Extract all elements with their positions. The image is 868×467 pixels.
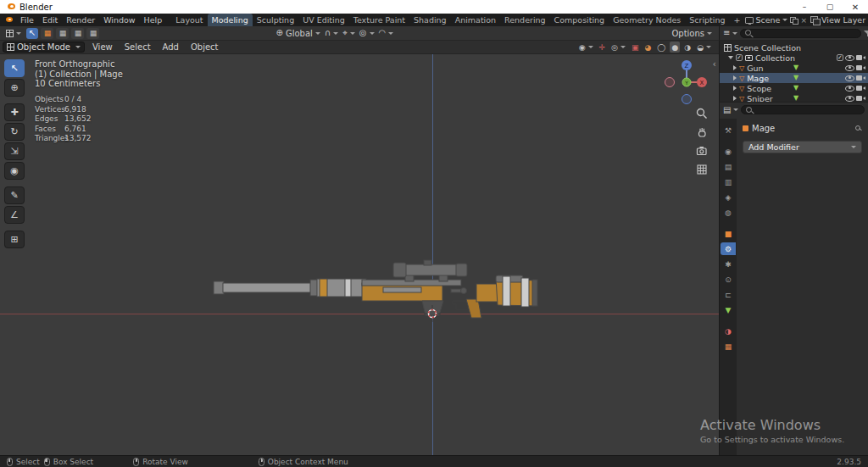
collection-expand-caret[interactable] bbox=[728, 56, 733, 59]
sniper-expand-caret[interactable] bbox=[733, 96, 737, 101]
workspace-tab-geometry-nodes[interactable]: Geometry Nodes bbox=[609, 14, 685, 26]
properties-tab-object[interactable]: ■ bbox=[721, 227, 736, 240]
snap-target-dropdown[interactable]: ⌖ bbox=[342, 29, 355, 37]
workspace-tab-layout[interactable]: Layout bbox=[171, 14, 207, 26]
workspace-tab-rendering[interactable]: Rendering bbox=[500, 14, 550, 26]
scope-hide-icon[interactable] bbox=[845, 84, 854, 92]
view-layer-selector[interactable]: View Layer bbox=[821, 15, 868, 25]
add-menu[interactable]: Add bbox=[159, 42, 183, 52]
object-visibility-dropdown[interactable]: ◉ bbox=[577, 42, 595, 53]
properties-editor-type-button[interactable]: ▤ bbox=[723, 106, 738, 114]
tool-scale[interactable]: ⇲ bbox=[4, 142, 25, 160]
unlink-scene-icon[interactable]: × bbox=[799, 16, 808, 25]
workspace-tab-uv-editing[interactable]: UV Editing bbox=[298, 14, 349, 26]
collection-exclude-checkbox[interactable] bbox=[837, 54, 843, 61]
menu-help[interactable]: Help bbox=[140, 15, 167, 25]
outliner-editor-type-button[interactable]: ≡ bbox=[723, 29, 737, 37]
outliner-search-input[interactable] bbox=[755, 29, 857, 37]
outliner-row-collection[interactable]: Collection bbox=[720, 53, 868, 63]
outliner-search[interactable] bbox=[740, 29, 861, 38]
collection-render-icon[interactable] bbox=[856, 53, 865, 61]
properties-search-input[interactable] bbox=[756, 106, 860, 114]
shading-solid[interactable]: ● bbox=[670, 42, 680, 53]
editor-type-button[interactable] bbox=[3, 28, 24, 39]
properties-tab-scene[interactable]: ◈ bbox=[721, 191, 736, 203]
shading-wireframe[interactable]: ◯ bbox=[655, 42, 667, 53]
close-button[interactable]: ✕ bbox=[843, 0, 868, 14]
ortho-grid-icon[interactable] bbox=[695, 163, 709, 176]
camera-view-icon[interactable] bbox=[695, 144, 709, 158]
mode-dropdown[interactable]: Object Mode bbox=[3, 42, 85, 53]
mage-expand-caret[interactable] bbox=[733, 75, 737, 81]
outliner-filter-button[interactable] bbox=[864, 30, 868, 37]
gun-expand-caret[interactable] bbox=[733, 65, 737, 70]
menu-edit[interactable]: Edit bbox=[38, 15, 62, 25]
shading-lookdev[interactable]: ◑ bbox=[682, 42, 693, 53]
properties-tab-constraints[interactable]: ⊏ bbox=[721, 288, 736, 301]
tool-select-box[interactable]: ↖ bbox=[4, 59, 25, 77]
maximize-button[interactable]: ▢ bbox=[817, 0, 843, 14]
collection-hide-icon[interactable] bbox=[845, 53, 854, 61]
select-mode-subtract-icon[interactable]: ▦ bbox=[71, 28, 84, 39]
blender-menu-icon[interactable] bbox=[3, 15, 13, 25]
tool-cursor[interactable]: ⊕ bbox=[4, 79, 25, 97]
mage-hide-icon[interactable] bbox=[845, 74, 854, 81]
properties-tab-physics[interactable]: ⊙ bbox=[721, 273, 736, 286]
pin-icon[interactable] bbox=[854, 125, 862, 132]
view-menu[interactable]: View bbox=[88, 42, 117, 52]
collection-checkbox[interactable] bbox=[736, 54, 743, 61]
select-mode-new-icon[interactable]: ▦ bbox=[41, 28, 53, 39]
falloff-dropdown[interactable]: ◠ bbox=[379, 29, 394, 37]
properties-tab-modifiers[interactable]: ⚙ bbox=[721, 242, 736, 255]
sniper-hide-icon[interactable] bbox=[845, 94, 854, 102]
tool-annotate[interactable]: ✎ bbox=[4, 186, 25, 204]
outliner-row-sniper[interactable]: ▽ Sniper ▼ bbox=[720, 93, 868, 102]
properties-tab-render[interactable]: ◉ bbox=[721, 145, 736, 158]
show-gizmos-toggle[interactable]: ✛ bbox=[598, 42, 608, 53]
navigation-gizmo[interactable]: Z X Y bbox=[663, 58, 710, 106]
menu-file[interactable]: File bbox=[16, 15, 38, 25]
properties-tab-view-layer[interactable]: ▥ bbox=[721, 175, 736, 188]
outliner-row-gun[interactable]: ▽ Gun ▼ bbox=[720, 63, 868, 73]
shading-rendered[interactable]: ◒ bbox=[695, 42, 713, 53]
properties-tab-tool[interactable]: ⚒ bbox=[721, 124, 736, 136]
tool-measure[interactable]: ∠ bbox=[4, 206, 25, 224]
new-scene-icon[interactable] bbox=[790, 17, 797, 24]
workspace-tab-modeling[interactable]: Modeling bbox=[208, 14, 253, 26]
select-menu[interactable]: Select bbox=[120, 42, 155, 52]
mage-render-icon[interactable] bbox=[856, 74, 865, 81]
gun-render-icon[interactable] bbox=[856, 64, 865, 71]
proportional-editing-dropdown[interactable]: ◎ bbox=[359, 29, 375, 37]
show-overlays-toggle[interactable]: ◎ bbox=[609, 42, 627, 53]
shading-material-preview[interactable]: ◕ bbox=[643, 42, 653, 53]
workspace-tab-scripting[interactable]: Scripting bbox=[685, 14, 729, 26]
properties-tab-texture[interactable]: ▦ bbox=[721, 340, 736, 353]
workspace-tab-animation[interactable]: Animation bbox=[451, 14, 500, 26]
sniper-render-icon[interactable] bbox=[856, 94, 865, 102]
properties-tab-output[interactable]: ▤ bbox=[721, 160, 736, 173]
workspace-tab-sculpting[interactable]: Sculpting bbox=[253, 14, 298, 26]
tool-rotate[interactable]: ↻ bbox=[4, 123, 25, 141]
object-menu[interactable]: Object bbox=[186, 42, 223, 52]
zoom-icon[interactable] bbox=[695, 107, 709, 120]
gun-hide-icon[interactable] bbox=[845, 64, 854, 71]
add-workspace-button[interactable]: + bbox=[730, 14, 745, 26]
scope-expand-caret[interactable] bbox=[733, 86, 737, 91]
tool-add-cube[interactable]: ⊞ bbox=[4, 231, 25, 248]
properties-tab-particles[interactable]: ✱ bbox=[721, 258, 736, 270]
transform-orientation-dropdown[interactable]: ⊕ Global bbox=[275, 29, 320, 38]
outliner-row-scene-collection[interactable]: Scene Collection bbox=[720, 42, 868, 53]
tool-transform[interactable]: ◉ bbox=[4, 162, 25, 180]
options-dropdown[interactable]: Options bbox=[671, 29, 712, 38]
add-modifier-button[interactable]: Add Modifier bbox=[743, 141, 862, 153]
outliner-row-scope[interactable]: ▽ Scope ▼ bbox=[720, 83, 868, 93]
properties-tab-material[interactable]: ◑ bbox=[721, 325, 736, 337]
rifle-model[interactable] bbox=[209, 257, 540, 320]
tool-move[interactable]: ✚ bbox=[4, 103, 25, 121]
select-mode-extend-icon[interactable]: ▦ bbox=[56, 28, 69, 39]
properties-search[interactable] bbox=[741, 105, 865, 114]
properties-tab-data[interactable]: ▼ bbox=[721, 303, 736, 316]
snap-toggle[interactable]: ∩ bbox=[325, 29, 338, 37]
properties-tab-world[interactable]: ◍ bbox=[721, 206, 736, 219]
menu-window[interactable]: Window bbox=[99, 15, 139, 25]
